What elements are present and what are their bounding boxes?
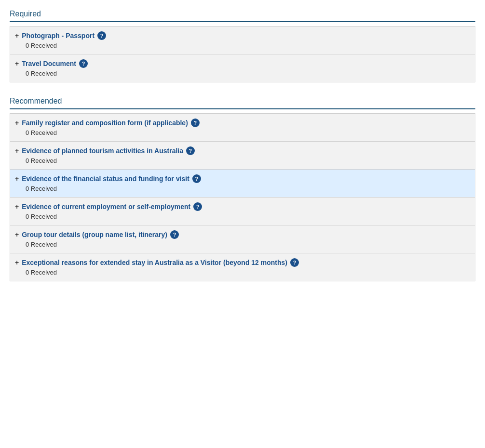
document-item-travel-document: +Travel Document?0 Received [10, 54, 475, 82]
document-item-evidence-tourism: +Evidence of planned tourism activities … [10, 142, 475, 170]
help-icon-travel-document[interactable]: ? [79, 59, 88, 68]
document-item-header-exceptional-reasons: +Exceptional reasons for extended stay i… [15, 258, 468, 267]
expand-icon-travel-document[interactable]: + [15, 60, 19, 67]
document-title-group-tour[interactable]: Group tour details (group name list, iti… [22, 231, 167, 238]
document-item-group-tour: +Group tour details (group name list, it… [10, 225, 475, 253]
received-count-evidence-employment: 0 Received [26, 213, 468, 220]
document-title-family-register[interactable]: Family register and composition form (if… [22, 119, 188, 127]
required-heading: Required [10, 10, 475, 22]
document-item-header-evidence-financial: +Evidence of the financial status and fu… [15, 174, 468, 183]
document-title-evidence-tourism[interactable]: Evidence of planned tourism activities i… [22, 147, 183, 155]
help-icon-exceptional-reasons[interactable]: ? [290, 258, 299, 267]
document-title-evidence-employment[interactable]: Evidence of current employment or self-e… [22, 203, 190, 211]
received-count-family-register: 0 Received [26, 129, 468, 136]
document-title-travel-document[interactable]: Travel Document [22, 60, 76, 67]
document-title-photograph-passport[interactable]: Photograph - Passport [22, 32, 94, 40]
expand-icon-evidence-financial[interactable]: + [15, 175, 19, 183]
received-count-group-tour: 0 Received [26, 241, 468, 248]
expand-icon-evidence-tourism[interactable]: + [15, 147, 19, 155]
document-item-evidence-financial: +Evidence of the financial status and fu… [10, 170, 475, 198]
received-count-evidence-tourism: 0 Received [26, 157, 468, 164]
document-item-header-evidence-tourism: +Evidence of planned tourism activities … [15, 146, 468, 155]
help-icon-evidence-employment[interactable]: ? [193, 202, 202, 211]
document-item-photograph-passport: +Photograph - Passport?0 Received [10, 26, 475, 54]
expand-icon-group-tour[interactable]: + [15, 231, 19, 238]
document-title-evidence-financial[interactable]: Evidence of the financial status and fun… [22, 175, 189, 183]
document-item-header-photograph-passport: +Photograph - Passport? [15, 31, 468, 40]
received-count-photograph-passport: 0 Received [26, 42, 468, 49]
document-item-header-evidence-employment: +Evidence of current employment or self-… [15, 202, 468, 211]
received-count-exceptional-reasons: 0 Received [26, 269, 468, 276]
required-section: Required +Photograph - Passport?0 Receiv… [10, 10, 475, 82]
expand-icon-exceptional-reasons[interactable]: + [15, 259, 19, 266]
expand-icon-evidence-employment[interactable]: + [15, 203, 19, 211]
document-item-header-group-tour: +Group tour details (group name list, it… [15, 230, 468, 239]
recommended-heading: Recommended [10, 97, 475, 109]
help-icon-evidence-financial[interactable]: ? [192, 174, 201, 183]
received-count-evidence-financial: 0 Received [26, 185, 468, 192]
help-icon-photograph-passport[interactable]: ? [97, 31, 106, 40]
document-item-header-family-register: +Family register and composition form (i… [15, 119, 468, 127]
recommended-document-list: +Family register and composition form (i… [10, 113, 475, 281]
expand-icon-photograph-passport[interactable]: + [15, 32, 19, 40]
expand-icon-family-register[interactable]: + [15, 119, 19, 127]
help-icon-evidence-tourism[interactable]: ? [186, 146, 195, 155]
document-title-exceptional-reasons[interactable]: Exceptional reasons for extended stay in… [22, 259, 287, 266]
help-icon-family-register[interactable]: ? [191, 119, 200, 127]
help-icon-group-tour[interactable]: ? [170, 230, 179, 239]
recommended-section: Recommended +Family register and composi… [10, 97, 475, 281]
document-item-family-register: +Family register and composition form (i… [10, 114, 475, 142]
required-document-list: +Photograph - Passport?0 Received+Travel… [10, 26, 475, 82]
received-count-travel-document: 0 Received [26, 70, 468, 77]
document-item-header-travel-document: +Travel Document? [15, 59, 468, 68]
document-item-exceptional-reasons: +Exceptional reasons for extended stay i… [10, 253, 475, 281]
document-item-evidence-employment: +Evidence of current employment or self-… [10, 198, 475, 225]
page-container: Required +Photograph - Passport?0 Receiv… [0, 0, 485, 303]
